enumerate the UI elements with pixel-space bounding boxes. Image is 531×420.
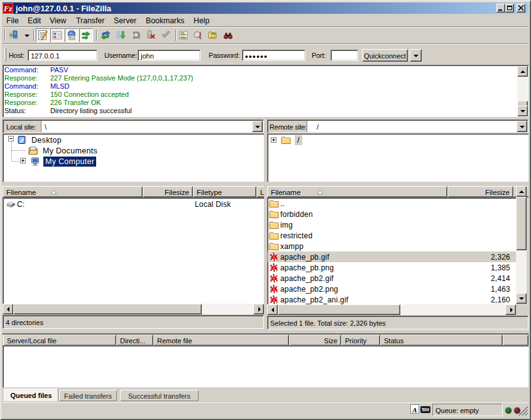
svg-text:Fz: Fz bbox=[3, 4, 13, 13]
